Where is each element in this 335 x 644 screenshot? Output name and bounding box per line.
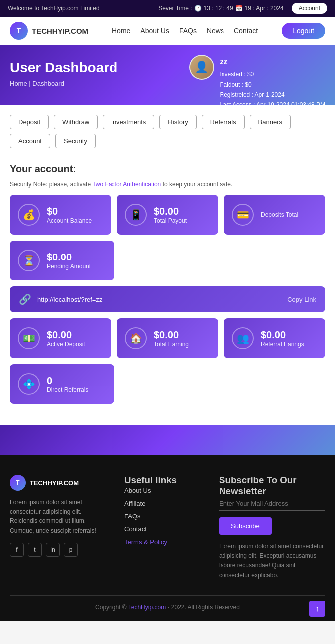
instagram-icon[interactable]: in	[46, 543, 60, 557]
registered-text: Registreled : Apr-1-2024	[220, 90, 325, 100]
security-button[interactable]: Security	[55, 134, 96, 148]
footer-links: About Us Affiliate FAQs Contact Terms & …	[124, 486, 204, 546]
two-factor-link[interactable]: Two Factor Authentication	[92, 181, 161, 188]
footer-col-1: T TECHHYIP.COM Lorem ipsum dolor sit ame…	[10, 475, 110, 580]
direct-referrals-info: 0 Direct Referrals	[47, 375, 88, 393]
referral-bar: 🔗 http://localhost/?ref=zz Copy Link	[10, 286, 325, 312]
nav-links: Home About Us FAQs News Contact	[112, 27, 258, 35]
copyright-prefix: Copyright ©	[95, 604, 128, 611]
calendar-icon: 📅	[235, 5, 243, 12]
username: zz	[220, 55, 325, 68]
top-account-button[interactable]: Account	[292, 3, 327, 14]
footer-about-link[interactable]: About Us	[124, 487, 151, 494]
referral-earnings-card: 👥 $0.00 Referral Earings	[224, 318, 325, 358]
action-buttons: Deposit Withdraw Investments History Ref…	[0, 105, 335, 158]
stats-row-3: 💵 $0.00 Active Deposit 🏠 $0.00 Total Ear…	[10, 318, 325, 358]
footer-bottom: Copyright © TechHyip.com - 2022. All Rig…	[10, 595, 325, 611]
total-earning-icon: 🏠	[125, 327, 147, 349]
banners-button[interactable]: Banners	[250, 115, 291, 129]
deposit-button[interactable]: Deposit	[10, 115, 49, 129]
nav-news[interactable]: News	[207, 27, 224, 35]
invested-text: Invested : $0	[220, 69, 325, 79]
active-deposit-icon: 💵	[18, 327, 40, 349]
your-account-title: Your account:	[10, 158, 325, 175]
footer-terms-link[interactable]: Terms & Policy	[124, 538, 167, 546]
pending-amount-value: $0.00	[47, 252, 91, 263]
total-payout-label: Total Payout	[154, 217, 187, 224]
total-payout-icon: 📱	[125, 204, 147, 226]
footer-col-2: Useful links About Us Affiliate FAQs Con…	[124, 475, 204, 580]
referral-earnings-icon: 👥	[232, 327, 254, 349]
useful-links-title: Useful links	[124, 475, 204, 486]
server-time: 13 : 12 : 49	[204, 5, 233, 12]
footer-logo-icon: T	[10, 475, 26, 491]
footer-grid: T TECHHYIP.COM Lorem ipsum dolor sit ame…	[10, 475, 325, 580]
footer-logo-text: TECHHYIP.COM	[30, 479, 79, 487]
newsletter-title: Subscribe To Our Newsletter	[219, 475, 325, 497]
direct-referrals-card: 💠 0 Direct Referrals	[10, 364, 114, 404]
avatar-image: 👤	[190, 56, 213, 79]
direct-referrals-label: Direct Referrals	[47, 386, 88, 393]
top-bar: Welcome to TechHyip.com Limited Sever Ti…	[0, 0, 335, 17]
nav-about[interactable]: About Us	[140, 27, 169, 35]
referral-earnings-info: $0.00 Referral Earings	[261, 329, 304, 348]
nav-home[interactable]: Home	[112, 27, 130, 35]
total-earning-value: $0.00	[154, 329, 189, 341]
last-access-text: Last Access : Apr-19-2024 01:03:48 PM	[220, 100, 325, 110]
deposits-total-label: Deposits Total	[261, 211, 298, 218]
list-item: FAQs	[124, 512, 204, 520]
pending-amount-icon: ⏳	[18, 250, 40, 271]
history-button[interactable]: History	[159, 115, 196, 129]
investments-button[interactable]: Investments	[103, 115, 154, 129]
referrals-button[interactable]: Referrals	[202, 115, 245, 129]
security-note-suffix: to keep your account safe.	[163, 181, 233, 188]
breadcrumb-home[interactable]: Home	[10, 80, 27, 87]
logo-text: TECHHYIP.COM	[32, 27, 88, 35]
referral-link-text: http://localhost/?ref=zz	[37, 296, 287, 303]
active-deposit-label: Active Deposit	[47, 341, 85, 348]
security-note-prefix: Security Note: please, activate	[10, 181, 92, 188]
pending-amount-info: $0.00 Pending Amount	[47, 252, 91, 270]
avatar: 👤	[189, 55, 214, 80]
twitter-icon[interactable]: t	[28, 543, 42, 557]
security-note: Security Note: please, activate Two Fact…	[10, 181, 325, 188]
footer-faqs-link[interactable]: FAQs	[124, 513, 141, 520]
main-nav: T TECHHYIP.COM Home About Us FAQs News C…	[0, 17, 335, 45]
paidout-text: Paidout : $0	[220, 80, 325, 90]
user-details: zz Invested : $0 Paidout : $0 Registrele…	[220, 55, 325, 110]
stats-row-1: 💰 $0 Account Balance 📱 $0.00 Total Payou…	[10, 195, 325, 235]
facebook-icon[interactable]: f	[10, 543, 24, 557]
subscribe-button[interactable]: Subscribe	[219, 517, 272, 535]
user-info-card: 👤 zz Invested : $0 Paidout : $0 Registre…	[189, 55, 325, 110]
scroll-top-button[interactable]: ↑	[309, 601, 325, 617]
account-balance-info: $0 Account Balance	[47, 206, 92, 224]
account-balance-value: $0	[47, 206, 92, 217]
divider-bar	[0, 425, 335, 455]
account-balance-icon: 💰	[18, 204, 40, 226]
footer-logo: T TECHHYIP.COM	[10, 475, 110, 491]
logo-icon: T	[10, 22, 28, 40]
nav-faqs[interactable]: FAQs	[179, 27, 197, 35]
footer-affiliate-link[interactable]: Affiliate	[124, 500, 145, 507]
newsletter-email-input[interactable]	[219, 497, 325, 511]
logout-button[interactable]: Logout	[282, 23, 325, 39]
list-item: Affiliate	[124, 499, 204, 508]
referral-earnings-label: Referral Earings	[261, 341, 304, 348]
copyright-suffix: - 2022. All Rights Reserved	[167, 604, 239, 611]
list-item: Terms & Policy	[124, 537, 204, 546]
list-item: Contact	[124, 524, 204, 533]
account-button[interactable]: Account	[10, 134, 50, 148]
nav-contact[interactable]: Contact	[234, 27, 258, 35]
pending-amount-card: ⏳ $0.00 Pending Amount	[10, 241, 114, 280]
pinterest-icon[interactable]: p	[64, 543, 78, 557]
copy-link-button[interactable]: Copy Link	[287, 296, 316, 303]
withdraw-button[interactable]: Withdraw	[54, 115, 98, 129]
deposits-total-icon: 💳	[232, 204, 254, 226]
stats-row-2: ⏳ $0.00 Pending Amount	[10, 241, 325, 280]
server-label: Sever Time :	[158, 5, 192, 12]
total-payout-card: 📱 $0.00 Total Payout	[117, 195, 218, 235]
footer-contact-link[interactable]: Contact	[124, 525, 147, 533]
copyright-link[interactable]: TechHyip.com	[128, 604, 166, 611]
welcome-text: Welcome to TechHyip.com Limited	[8, 5, 100, 12]
account-balance-card: 💰 $0 Account Balance	[10, 195, 111, 235]
